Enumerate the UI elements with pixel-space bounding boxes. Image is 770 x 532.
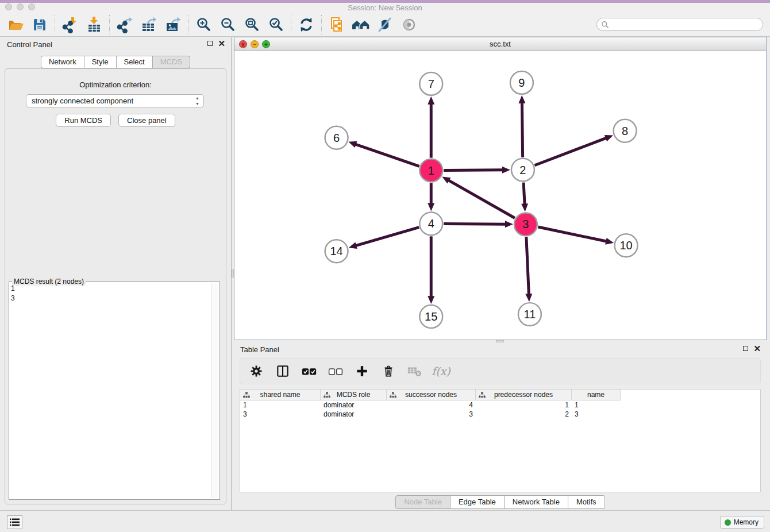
column-header-predecessor-nodes[interactable]: predecessor nodes — [476, 390, 572, 400]
edge-2-9[interactable] — [522, 102, 522, 157]
eye-icon — [401, 16, 418, 33]
edge-arrowhead-1-2 — [502, 167, 510, 174]
edge-arrowhead-1-7 — [428, 97, 434, 105]
edge-1-2[interactable] — [444, 170, 503, 171]
export-table-button[interactable] — [137, 14, 161, 36]
column-type-icon — [324, 392, 330, 398]
table-cell: 1 — [476, 400, 572, 410]
table-tab-motifs[interactable]: Motifs — [568, 495, 605, 509]
duplicate-network-button[interactable] — [325, 14, 349, 36]
import-network-button[interactable] — [58, 14, 82, 36]
dropdown-arrows-icon: ▲▼ — [195, 95, 199, 107]
export-image-button[interactable] — [161, 14, 185, 36]
memory-status-icon — [725, 519, 731, 526]
table-row[interactable]: 1dominator411 — [240, 400, 760, 410]
edge-2-8[interactable] — [534, 138, 606, 165]
table-cell: 1 — [240, 400, 321, 410]
splitter-grip[interactable] — [496, 340, 504, 342]
frame-close-button[interactable]: x — [239, 40, 247, 48]
tab-network[interactable]: Network — [41, 56, 84, 68]
search-field[interactable] — [596, 18, 763, 31]
table-tabs: Node TableEdge TableNetwork TableMotifs — [234, 495, 767, 509]
export-image-icon — [164, 16, 182, 33]
export-table-icon — [140, 16, 157, 33]
deselect-all-button[interactable] — [325, 360, 346, 382]
network-frame-titlebar[interactable]: x – + scc.txt — [234, 37, 766, 51]
criterion-dropdown[interactable]: strongly connected component ▲▼ — [26, 94, 204, 107]
delete-row-button[interactable] — [378, 360, 399, 382]
style-brush-button[interactable] — [373, 14, 397, 36]
import-table-button[interactable] — [82, 14, 106, 36]
table-tab-network-table[interactable]: Network Table — [505, 495, 568, 509]
column-header-successor-nodes[interactable]: successor nodes — [387, 390, 476, 400]
float-panel-icon[interactable] — [743, 346, 748, 351]
frame-minimize-button[interactable]: – — [251, 40, 259, 48]
column-header-mcds-role[interactable]: MCDS role — [321, 390, 387, 400]
delete-table-button[interactable] — [404, 360, 425, 382]
node-table: shared nameMCDS rolesuccessor nodesprede… — [240, 389, 761, 492]
add-row-button[interactable] — [351, 360, 372, 382]
mcds-result-line: 3 — [11, 294, 210, 303]
toolbar-separator — [109, 15, 110, 34]
edge-4-3[interactable] — [444, 224, 506, 225]
float-panel-icon[interactable] — [207, 41, 213, 46]
zoom-selected-button[interactable] — [264, 14, 288, 36]
tab-select[interactable]: Select — [117, 56, 153, 68]
column-header-shared-name[interactable]: shared name — [240, 390, 321, 400]
edge-2-3[interactable] — [523, 183, 525, 205]
zoom-fit-button[interactable] — [240, 14, 264, 36]
table-tab-node-table[interactable]: Node Table — [395, 495, 451, 509]
close-panel-icon[interactable]: ✕ — [218, 40, 225, 47]
table-row[interactable]: 3dominator323 — [240, 410, 760, 419]
deselect-all-icon — [328, 364, 344, 379]
edge-4-14[interactable] — [355, 228, 419, 246]
main-toolbar — [0, 13, 770, 37]
close-panel-button[interactable]: Close panel — [118, 114, 175, 127]
refresh-button[interactable] — [294, 14, 318, 36]
column-header-label: MCDS role — [337, 391, 371, 399]
column-header-label: successor nodes — [405, 391, 457, 399]
edge-3-1[interactable] — [448, 180, 515, 218]
gear-icon — [249, 364, 264, 379]
app-window: Session: New Session — [0, 0, 770, 532]
frame-maximize-button[interactable]: + — [262, 40, 270, 48]
home-button[interactable] — [349, 14, 373, 36]
zoom-out-button[interactable] — [215, 14, 240, 36]
select-all-button[interactable] — [298, 360, 319, 382]
edge-arrowhead-3-11 — [525, 294, 532, 302]
memory-button[interactable]: Memory — [720, 516, 764, 529]
export-network-button[interactable] — [113, 14, 137, 36]
column-header-name[interactable]: name — [572, 390, 621, 400]
node-label-8: 8 — [622, 125, 628, 137]
run-mcds-button[interactable]: Run MCDS — [56, 114, 111, 127]
mcds-result-text[interactable]: 13 — [11, 284, 210, 498]
edge-1-6[interactable] — [355, 144, 419, 167]
column-settings-button[interactable] — [245, 360, 267, 382]
control-panel: Control Panel ✕ NetworkStyleSelectMCDS O… — [0, 37, 231, 510]
trash-icon — [381, 364, 396, 379]
toggle-visibility-button[interactable] — [397, 14, 421, 36]
task-history-button[interactable] — [7, 515, 22, 529]
split-view-button[interactable] — [272, 360, 293, 382]
result-scrollbar[interactable] — [211, 283, 218, 498]
search-input[interactable] — [609, 21, 763, 29]
function-builder-button[interactable]: f(x) — [430, 360, 452, 382]
close-panel-icon[interactable]: ✕ — [753, 345, 761, 352]
open-session-button[interactable] — [3, 14, 28, 36]
node-label-6: 6 — [333, 132, 340, 144]
edge-3-10[interactable] — [538, 227, 607, 241]
status-bar: Memory — [0, 510, 770, 532]
table-body: 1dominator4113dominator323 — [240, 400, 760, 419]
edge-arrowhead-4-3 — [505, 221, 513, 228]
edge-3-11[interactable] — [526, 237, 529, 295]
table-cell: dominator — [321, 410, 387, 419]
edge-arrowhead-1-4 — [428, 203, 434, 211]
tab-style[interactable]: Style — [84, 56, 117, 68]
zoom-in-button[interactable] — [191, 14, 215, 36]
table-tab-edge-table[interactable]: Edge Table — [451, 495, 505, 509]
network-frame-title: scc.txt — [234, 37, 766, 51]
tab-mcds[interactable]: MCDS — [153, 56, 190, 68]
splitter-grip[interactable] — [232, 269, 234, 277]
save-session-button[interactable] — [28, 14, 52, 36]
network-canvas[interactable]: 7968124314101511 — [234, 51, 766, 340]
